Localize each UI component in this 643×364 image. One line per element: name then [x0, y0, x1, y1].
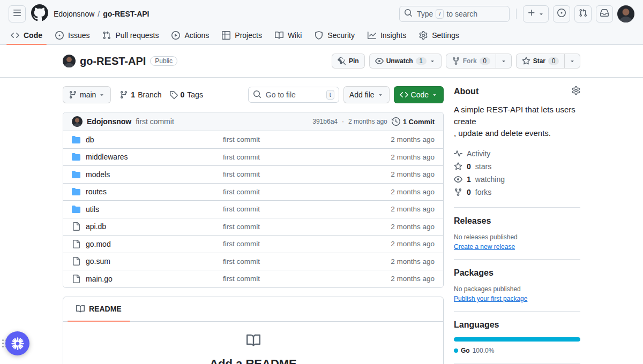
fork-button[interactable]: Fork 0 — [446, 54, 496, 69]
github-logo-icon[interactable] — [31, 4, 48, 23]
file-name-link[interactable]: middlewares — [86, 153, 128, 161]
git-branch-icon — [119, 90, 128, 99]
languages-section: Languages Go100.0% — [454, 311, 580, 363]
file-icon — [72, 222, 80, 231]
row-commit-message-link[interactable]: first commit — [223, 223, 391, 231]
shield-icon — [315, 31, 323, 40]
pull-requests-dashboard-button[interactable] — [574, 5, 592, 22]
file-row-go.sum[interactable]: go.sumfirst commit2 months ago — [63, 253, 443, 270]
file-row-utils[interactable]: utilsfirst commit2 months ago — [63, 200, 443, 218]
file-row-api.db[interactable]: api.dbfirst commit2 months ago — [63, 218, 443, 236]
book-icon — [76, 305, 85, 313]
repo-meta-watching[interactable]: 1watching — [454, 173, 580, 186]
repo-meta-forks[interactable]: 0forks — [454, 186, 580, 199]
file-name-link[interactable]: go.sum — [86, 257, 110, 266]
row-commit-time: 2 months ago — [391, 188, 435, 196]
pin-button[interactable]: Pin — [332, 54, 365, 69]
git-branch-icon — [69, 90, 77, 99]
folder-icon — [72, 135, 80, 144]
tab-insights[interactable]: Insights — [363, 27, 410, 44]
tab-pull-requests[interactable]: Pull requests — [98, 27, 163, 44]
code-icon — [11, 31, 19, 40]
tab-settings[interactable]: Settings — [415, 27, 463, 44]
sidebar: About A simple REST-API that lets users … — [454, 86, 580, 364]
branch-selector-button[interactable]: main — [63, 86, 111, 103]
row-commit-time: 2 months ago — [391, 170, 435, 178]
repo-name[interactable]: go-REST-API — [80, 55, 146, 67]
tab-label: Actions — [184, 31, 209, 40]
breadcrumb-owner[interactable]: Edojonsnow — [54, 10, 94, 18]
tab-actions[interactable]: Actions — [167, 27, 213, 44]
go-to-file-input[interactable]: Go to file t — [248, 87, 339, 103]
file-name-link[interactable]: models — [86, 170, 110, 179]
tags-link[interactable]: 0Tags — [169, 90, 203, 99]
readme-tab[interactable]: README — [68, 297, 130, 321]
commit-history-link[interactable]: 1 Commit — [392, 117, 435, 126]
commit-author-link[interactable]: Edojonsnow — [87, 117, 131, 126]
language-legend-go[interactable]: Go100.0% — [454, 347, 494, 354]
eye-icon — [454, 175, 462, 184]
watch-button[interactable]: Unwatch 1 — [369, 54, 442, 69]
file-name-link[interactable]: api.db — [86, 222, 106, 231]
fork-dropdown-button[interactable] — [496, 54, 512, 69]
file-name-link[interactable]: utils — [86, 205, 99, 214]
row-commit-message-link[interactable]: first commit — [223, 205, 391, 213]
row-commit-message-link[interactable]: first commit — [223, 153, 391, 161]
tab-wiki[interactable]: Wiki — [271, 27, 306, 44]
row-commit-message-link[interactable]: first commit — [223, 275, 391, 283]
create-release-link[interactable]: Create a new release — [454, 243, 515, 251]
tab-label: Insights — [380, 31, 406, 40]
code-icon — [400, 90, 408, 99]
repo-description: A simple REST-API that lets users create… — [454, 104, 580, 139]
row-commit-message-link[interactable]: first commit — [223, 257, 391, 266]
branches-link[interactable]: 1Branch — [119, 90, 161, 99]
edit-about-gear-button[interactable] — [572, 86, 580, 96]
tab-projects[interactable]: Projects — [218, 27, 266, 44]
hamburger-menu-button[interactable] — [9, 5, 26, 22]
repo-meta-stars[interactable]: 0stars — [454, 160, 580, 173]
breadcrumb-repo[interactable]: go-REST-API — [103, 10, 149, 18]
file-table: Edojonsnow first commit 391b6a4 · 2 mont… — [63, 112, 444, 288]
file-name-link[interactable]: routes — [86, 187, 107, 196]
commit-message-link[interactable]: first commit — [136, 117, 174, 126]
star-dropdown-button[interactable] — [565, 54, 580, 69]
global-header: Edojonsnow / go-REST-API Type / to searc… — [0, 0, 643, 27]
file-row-models[interactable]: modelsfirst commit2 months ago — [63, 165, 443, 183]
file-name-link[interactable]: main.go — [86, 275, 113, 283]
file-name-link[interactable]: go.mod — [86, 240, 111, 248]
commit-sha-link[interactable]: 391b6a4 — [312, 118, 338, 125]
search-placeholder: Type / to search — [417, 9, 477, 19]
tab-label: Projects — [235, 31, 262, 40]
row-commit-message-link[interactable]: first commit — [223, 135, 391, 143]
row-commit-message-link[interactable]: first commit — [223, 170, 391, 178]
publish-package-link[interactable]: Publish your first package — [454, 295, 527, 302]
create-new-button[interactable] — [523, 5, 549, 22]
file-row-middlewares[interactable]: middlewaresfirst commit2 months ago — [63, 148, 443, 166]
tab-label: Wiki — [288, 31, 302, 40]
gear-icon — [419, 31, 428, 40]
code-download-button[interactable]: Code — [394, 86, 444, 103]
issues-dashboard-button[interactable] — [553, 5, 570, 22]
repo-owner-avatar[interactable] — [63, 55, 76, 67]
global-search-input[interactable]: Type / to search — [399, 6, 510, 22]
starburst-icon — [11, 337, 25, 351]
tab-security[interactable]: Security — [310, 27, 359, 44]
inbox-button[interactable] — [596, 5, 613, 22]
file-row-go.mod[interactable]: go.modfirst commit2 months ago — [63, 235, 443, 253]
star-button[interactable]: Star 0 — [516, 54, 565, 69]
row-commit-message-link[interactable]: first commit — [223, 188, 391, 196]
add-file-button[interactable]: Add file — [343, 86, 390, 103]
repo-meta-activity[interactable]: Activity — [454, 147, 580, 160]
user-avatar[interactable] — [617, 5, 634, 22]
extension-button[interactable] — [5, 331, 29, 355]
commit-author-avatar[interactable] — [72, 116, 83, 127]
meta-count: 0 — [467, 188, 471, 196]
file-row-routes[interactable]: routesfirst commit2 months ago — [63, 183, 443, 201]
tab-issues[interactable]: Issues — [51, 27, 94, 44]
row-commit-message-link[interactable]: first commit — [223, 240, 391, 248]
tab-code[interactable]: Code — [6, 27, 47, 44]
language-dot-icon — [454, 348, 458, 353]
file-row-db[interactable]: dbfirst commit2 months ago — [63, 131, 443, 148]
file-name-link[interactable]: db — [86, 135, 94, 144]
file-row-main.go[interactable]: main.gofirst commit2 months ago — [63, 270, 443, 287]
